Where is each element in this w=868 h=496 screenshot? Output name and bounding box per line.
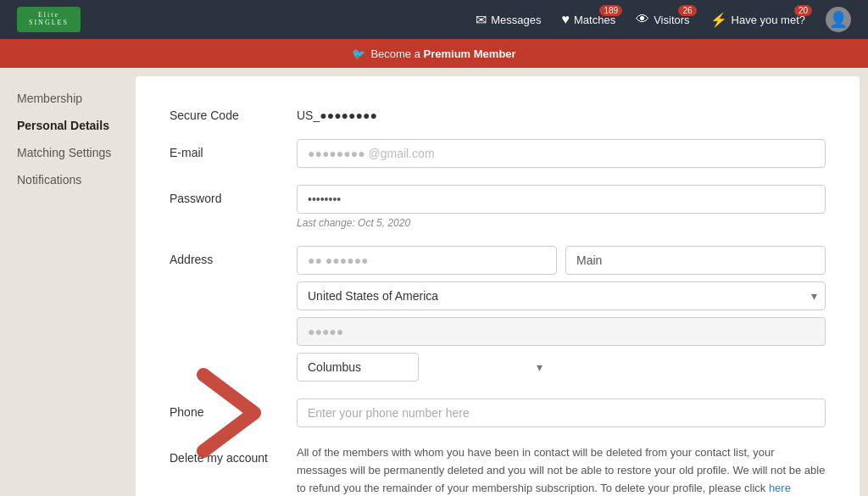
haveyoumet-badge: 20: [794, 5, 812, 16]
email-row: E-mail: [170, 139, 826, 168]
premium-icon: 🐦: [352, 47, 365, 60]
nav-visitors[interactable]: 👁 Visitors 26: [636, 12, 689, 27]
nav-messages[interactable]: ✉ Messages: [476, 12, 541, 28]
matches-icon: ♥: [562, 12, 570, 27]
password-row: Password Last change: Oct 5, 2020: [170, 185, 826, 229]
logo-subtext: SINGLES: [29, 20, 69, 27]
phone-controls: [297, 398, 826, 427]
premium-bar[interactable]: 🐦 Become a Premium Member: [0, 39, 868, 68]
sidebar-item-membership[interactable]: Membership: [17, 85, 136, 112]
password-input[interactable]: [297, 185, 826, 214]
zip-wrapper: [297, 317, 826, 346]
delete-account-text: All of the members with whom you have be…: [297, 444, 826, 496]
password-controls: Last change: Oct 5, 2020: [297, 185, 826, 229]
nav-items: ✉ Messages ♥ Matches 189 👁 Visitors 26 ⚡…: [476, 7, 851, 32]
phone-input[interactable]: [297, 398, 826, 427]
haveyoumet-label: Have you met?: [732, 14, 805, 26]
sidebar-item-matching-settings[interactable]: Matching Settings: [17, 139, 136, 166]
visitors-icon: 👁: [636, 12, 649, 27]
address-apt-input[interactable]: [565, 246, 826, 275]
secure-code-row: Secure Code US_●●●●●●●●: [170, 102, 826, 122]
password-label: Password: [170, 185, 280, 205]
country-select[interactable]: United States of America: [297, 281, 826, 310]
city-select-wrapper: Columbus ▾: [297, 353, 551, 382]
layout: Membership Personal Details Matching Set…: [0, 68, 868, 496]
secure-code-value: US_●●●●●●●●: [297, 102, 377, 122]
password-hint: Last change: Oct 5, 2020: [297, 217, 826, 229]
chevron-decoration: [195, 366, 271, 471]
address-row: Address United States of America ▾: [170, 246, 826, 382]
nav-matches[interactable]: ♥ Matches 189: [562, 12, 616, 27]
avatar[interactable]: 👤: [826, 7, 851, 32]
email-controls: [297, 139, 826, 168]
premium-text: Become a Premium Member: [370, 47, 515, 60]
city-select[interactable]: Columbus: [297, 353, 419, 382]
secure-code-label: Secure Code: [170, 102, 280, 122]
messages-label: Messages: [491, 14, 541, 26]
visitors-badge: 26: [678, 5, 696, 16]
delete-account-link[interactable]: here: [769, 482, 791, 494]
sidebar: Membership Personal Details Matching Set…: [0, 68, 136, 496]
messages-icon: ✉: [476, 12, 487, 28]
matches-badge: 189: [599, 5, 622, 16]
address-controls: United States of America ▾ Columbus ▾: [297, 246, 826, 382]
zip-input[interactable]: [297, 317, 826, 346]
address-street-row: [297, 246, 826, 275]
address-label: Address: [170, 246, 280, 266]
address-street-input[interactable]: [297, 246, 557, 275]
delete-account-controls: All of the members with whom you have be…: [297, 444, 826, 496]
header: Elite SINGLES ✉ Messages ♥ Matches 189 👁…: [0, 0, 868, 39]
sidebar-item-personal-details[interactable]: Personal Details: [17, 112, 136, 139]
city-select-arrow: ▾: [537, 360, 542, 374]
logo[interactable]: Elite SINGLES: [17, 7, 81, 32]
haveyoumet-icon: ⚡: [710, 12, 727, 28]
email-label: E-mail: [170, 139, 280, 159]
email-input[interactable]: [297, 139, 826, 168]
nav-haveyoumet[interactable]: ⚡ Have you met? 20: [710, 12, 805, 28]
country-select-wrapper: United States of America ▾: [297, 281, 826, 310]
sidebar-item-notifications[interactable]: Notifications: [17, 166, 136, 193]
